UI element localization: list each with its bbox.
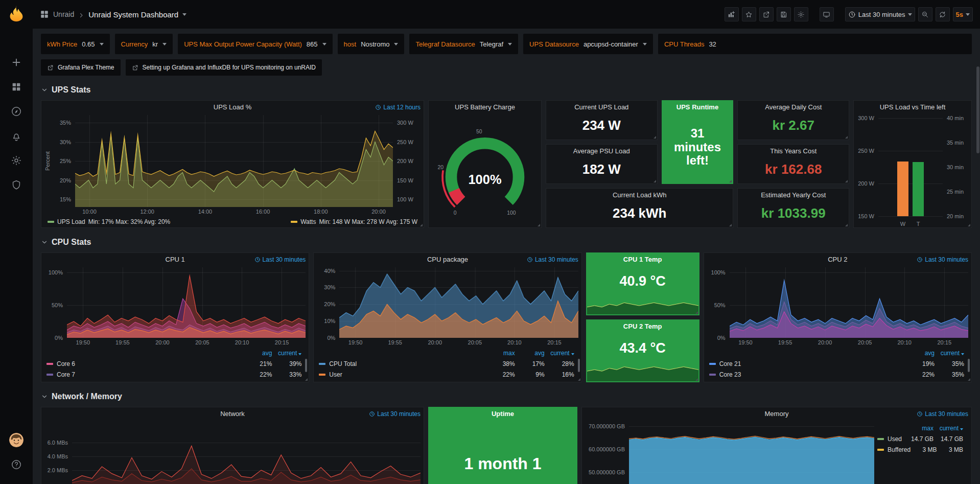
variable-cpu-threads[interactable]: CPU Threads 32	[658, 34, 972, 54]
time-range-picker[interactable]: Last 30 minutes	[845, 7, 915, 21]
variable-telegraf-datasource[interactable]: Telegraf Datasource Telegraf	[409, 34, 518, 54]
chevron-down-icon[interactable]	[182, 13, 186, 16]
star-button[interactable]	[742, 7, 756, 21]
help-question-icon[interactable]	[11, 459, 22, 470]
zoom-out-button[interactable]	[918, 7, 932, 21]
graph-canvas[interactable]	[67, 267, 306, 338]
save-button[interactable]	[777, 7, 791, 21]
add-panel-button[interactable]	[725, 7, 739, 21]
panel-title[interactable]: Memory	[582, 407, 971, 421]
variable-ups-datasource[interactable]: UPS Datasource apcupsd-container	[523, 34, 653, 54]
kiosk-monitor-button[interactable]	[820, 7, 834, 21]
legend-series-name[interactable]: Buffered	[877, 446, 911, 453]
dashboards-icon[interactable]	[11, 81, 22, 93]
svg-text:100: 100	[507, 210, 516, 216]
panel-cpu-2: CPU 2 Last 30 minutes 100%50%0% 19:5019:…	[704, 252, 972, 382]
dashboard-settings-button[interactable]	[794, 7, 808, 21]
page-scrollbar[interactable]	[976, 0, 980, 484]
section-ups-stats[interactable]: UPS Stats	[41, 84, 972, 96]
sort-caret-icon	[961, 353, 964, 355]
legend-sort-column[interactable]: avg	[242, 350, 272, 357]
dashboard-link-plex-theme[interactable]: Grafana Plex Theme	[41, 59, 121, 76]
legend-sort-column[interactable]: current	[934, 425, 963, 432]
panel-title[interactable]: Average PSU Load	[546, 145, 657, 158]
explore-compass-icon[interactable]	[11, 106, 22, 117]
legend-sort-column[interactable]: max	[904, 425, 934, 432]
variable-host[interactable]: host Nostromo	[338, 34, 405, 54]
time-range-badge: Last 30 minutes	[917, 256, 968, 263]
share-button[interactable]	[759, 7, 774, 21]
legend-sort-column[interactable]: max	[485, 350, 515, 357]
refresh-button[interactable]	[936, 7, 950, 21]
chevron-down-icon	[508, 43, 512, 45]
variable-value[interactable]: 865	[307, 40, 318, 48]
legend-series-name[interactable]: User	[319, 371, 485, 378]
graph-canvas[interactable]	[629, 422, 874, 484]
legend-sort-column[interactable]: avg	[515, 350, 545, 357]
panel-title[interactable]: CPU 1 Temp	[587, 253, 699, 266]
legend-value: 38%	[485, 360, 515, 367]
section-cpu-stats[interactable]: CPU Stats	[41, 236, 972, 248]
variable-currency[interactable]: Currency kr	[115, 34, 173, 54]
graph-canvas[interactable]	[72, 422, 421, 484]
graph-canvas[interactable]	[730, 267, 968, 338]
variable-value[interactable]: apcupsd-container	[584, 40, 638, 48]
alerting-bell-icon[interactable]	[11, 130, 22, 142]
legend-value: 17%	[515, 360, 545, 367]
legend-series-name[interactable]: Core 21	[709, 360, 905, 367]
variable-value[interactable]: 0.65	[82, 40, 95, 48]
legend-series-name[interactable]: Used	[877, 435, 904, 443]
panel-title[interactable]: UPS Load vs Time left	[854, 101, 971, 114]
apps-grid-icon[interactable]	[40, 10, 49, 19]
variable-value[interactable]: Telegraf	[480, 40, 503, 48]
variable-value[interactable]: kr	[152, 40, 158, 48]
create-plus-icon[interactable]	[11, 57, 22, 68]
legend-series-name[interactable]: CPU Total	[319, 360, 485, 367]
panel-title[interactable]: UPS Battery Charge	[429, 101, 541, 114]
dashboard-title[interactable]: Unraid System Dashboard	[88, 10, 178, 19]
legend-scrollbar[interactable]	[968, 359, 970, 372]
panel-title[interactable]: Current UPS Load	[546, 101, 657, 114]
scrollbar-thumb[interactable]	[976, 66, 979, 153]
legend-sort-column[interactable]: avg	[905, 350, 935, 357]
legend-series-name[interactable]: Core 23	[709, 371, 905, 378]
variable-ups-max-output[interactable]: UPS Max Output Power Capacity (Watt) 865	[178, 34, 332, 54]
cpu-threads-input[interactable]: 32	[709, 40, 716, 48]
legend-value: 35%	[935, 360, 964, 367]
admin-shield-icon[interactable]	[11, 179, 22, 191]
legend-series-name[interactable]: Core 6	[46, 360, 242, 367]
legend-series-ups-load[interactable]: UPS Load Min: 17% Max: 32% Avg: 20%	[48, 218, 170, 225]
breadcrumb-app[interactable]: Unraid	[53, 10, 74, 18]
panel-title[interactable]: CPU 2 Temp	[587, 320, 699, 333]
legend-scrollbar[interactable]	[305, 359, 307, 372]
legend-sort-column[interactable]: current	[545, 350, 574, 357]
graph-canvas[interactable]	[339, 267, 578, 338]
legend-value: 22%	[242, 371, 272, 378]
graph-canvas[interactable]	[75, 115, 393, 207]
legend-series-watts[interactable]: Watts Min: 148 W Max: 278 W Avg: 175 W	[291, 218, 417, 225]
variable-value[interactable]: Nostromo	[361, 40, 389, 48]
legend-sort-column[interactable]: current	[272, 350, 301, 357]
panel-title[interactable]: Current Load kWh	[546, 189, 733, 202]
panel-title[interactable]: Average Daily Cost	[738, 101, 849, 114]
refresh-interval-picker[interactable]: 5s	[953, 7, 973, 21]
legend-swatch	[877, 449, 884, 451]
panel-title[interactable]: Estimated Yearly Cost	[738, 189, 849, 202]
panel-title[interactable]: Network	[41, 407, 424, 421]
dashboard-link-ups-monitoring-guide[interactable]: Setting up Grafana and InfluxDB for UPS …	[126, 59, 322, 76]
panel-title[interactable]: This Years Cost	[738, 145, 849, 158]
grafana-logo-icon[interactable]	[8, 5, 25, 22]
section-network-memory[interactable]: Network / Memory	[41, 390, 972, 403]
legend-series-name[interactable]: Core 7	[46, 371, 242, 378]
variable-kwh-price[interactable]: kWh Price 0.65	[41, 34, 110, 54]
legend-sort-column[interactable]: current	[935, 350, 964, 357]
panel-title[interactable]: Uptime	[429, 407, 577, 421]
panel-title[interactable]: UPS Load %	[41, 101, 424, 114]
legend-value: 35%	[935, 371, 964, 378]
user-avatar[interactable]	[9, 433, 24, 447]
legend-scrollbar[interactable]	[578, 359, 580, 372]
axis-tick-label: 20:15	[547, 339, 562, 345]
axis-tick-label: 20:15	[275, 339, 289, 345]
panel-title[interactable]: UPS Runtime	[662, 101, 733, 114]
configuration-gear-icon[interactable]	[11, 155, 22, 166]
